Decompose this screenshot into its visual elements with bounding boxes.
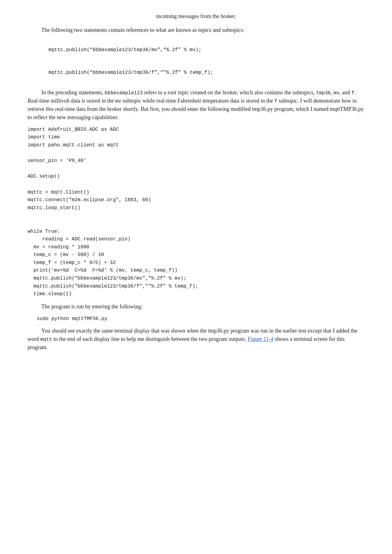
inline-code-f2: f (274, 99, 277, 104)
para1: The following two statements contain ref… (28, 26, 364, 34)
code-line-2: mqttc.publish(“bbbexample123/tmp36/f”,“”… (48, 70, 213, 75)
inline-code-mv2: mv (115, 99, 121, 104)
code-block-1: mqttc.publish(“bbbexample123/tmp36/mv”,“… (37, 39, 364, 84)
inline-code-mqtt: mqtt (40, 337, 52, 342)
code-line-1: mqttc.publish(“bbbexample123/tmp36/mv”,“… (48, 47, 201, 53)
page-content: incoming messages from the broker. The f… (28, 12, 364, 352)
figure-11-4-link[interactable]: Figure 11-4 (248, 336, 273, 342)
para2: In the preceding statements, bbbexample1… (28, 89, 364, 122)
sudo-line: sudo python mqttTMP36.py (37, 315, 364, 322)
para3: The program is run by entering the follo… (28, 303, 364, 311)
inline-code-f: f (352, 90, 355, 96)
para4: You should see exactly the same terminal… (28, 327, 364, 352)
inline-code-tmp36: tmp36 (316, 90, 331, 96)
inline-code-bbbexample: bbbexample123 (104, 90, 143, 96)
intro-line: incoming messages from the broker. (28, 12, 364, 21)
inline-code-mv: mv (334, 90, 339, 96)
code-block-2: import Adafruit_BBIO.ADC as ADC import t… (28, 126, 364, 298)
